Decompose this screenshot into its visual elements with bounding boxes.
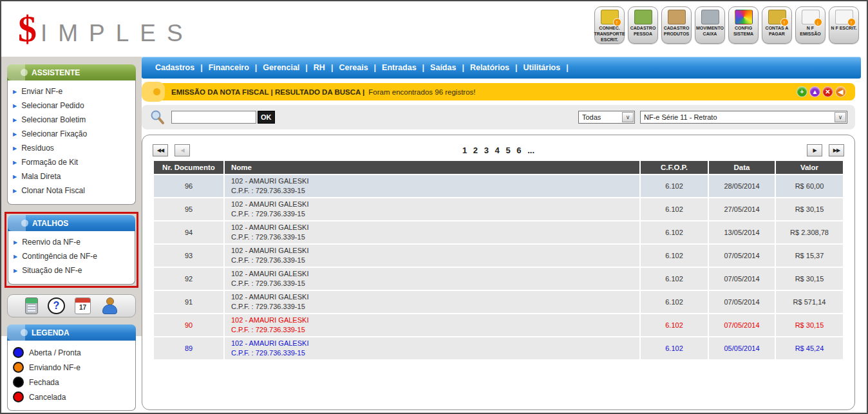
sidebar-menu-item[interactable]: ▶ Resíduos <box>12 142 131 156</box>
toolbar-button[interactable]: ↓ N F EMISSÃO <box>795 6 826 44</box>
table-row[interactable]: 94 102 - AMAURI GALESKI C.P.F. : 729.736… <box>154 221 843 243</box>
cell-cfop[interactable]: 6.102 <box>641 268 708 290</box>
cell-nome[interactable]: 102 - AMAURI GALESKI C.P.F. : 729.736.33… <box>225 198 639 220</box>
sidebar-menu-item[interactable]: ▶ Selecionar Pedido <box>12 99 131 113</box>
banner-action-button[interactable]: + <box>797 86 807 97</box>
user-icon[interactable] <box>100 297 118 314</box>
cell-documento[interactable]: 89 <box>154 337 223 359</box>
cell-valor[interactable]: R$ 30,15 <box>776 314 843 336</box>
cell-cfop[interactable]: 6.102 <box>641 175 708 197</box>
cell-data[interactable]: 05/05/2014 <box>709 337 775 359</box>
table-row[interactable]: 91 102 - AMAURI GALESKI C.P.F. : 729.736… <box>154 291 843 313</box>
pagination-last-button[interactable]: ▶▶ <box>829 144 844 156</box>
toolbar-button[interactable]: ↑ N F ESCRIT. <box>829 6 859 44</box>
banner-action-button[interactable]: ✕ <box>822 86 833 97</box>
table-row[interactable]: 93 102 - AMAURI GALESKI C.P.F. : 729.736… <box>154 245 843 267</box>
nav-menu-item[interactable]: Gerencial <box>259 63 303 72</box>
toolbar-button[interactable]: CADASTRO PESSOA <box>628 6 658 44</box>
nav-menu-item[interactable]: Utilitários <box>520 63 564 72</box>
status-filter-select[interactable]: Todas ∨ <box>578 111 635 124</box>
calculator-icon[interactable] <box>25 297 38 314</box>
cell-data[interactable]: 13/05/2014 <box>709 221 775 243</box>
sidebar-menu-item[interactable]: ▶ Formação de Kit <box>12 156 131 170</box>
cell-cfop[interactable]: 6.102 <box>641 245 708 267</box>
pagination-next-button[interactable]: ▶ <box>807 144 822 156</box>
toolbar-button[interactable]: CADASTRO PRODUTOS <box>661 6 692 44</box>
cell-valor[interactable]: R$ 30,15 <box>776 198 843 220</box>
pagination-prev-button[interactable]: ◀ <box>175 144 190 156</box>
cell-cfop[interactable]: 6.102 <box>641 221 708 243</box>
pagination-page-number[interactable]: 5 <box>504 146 512 155</box>
table-row[interactable]: 95 102 - AMAURI GALESKI C.P.F. : 729.736… <box>154 198 843 220</box>
pagination-page-number[interactable]: 6 <box>514 146 523 155</box>
series-filter-select[interactable]: NF-e Série 11 - Retrato ∨ <box>640 111 847 124</box>
table-row[interactable]: 92 102 - AMAURI GALESKI C.P.F. : 729.736… <box>154 268 843 290</box>
cell-nome[interactable]: 102 - AMAURI GALESKI C.P.F. : 729.736.33… <box>225 268 639 290</box>
sidebar-menu-item[interactable]: ▶ Enviar NF-e <box>12 85 131 99</box>
nav-menu-item[interactable]: Cereais <box>335 63 371 72</box>
cell-documento[interactable]: 90 <box>154 314 223 336</box>
cell-cfop[interactable]: 6.102 <box>641 291 708 313</box>
cell-documento[interactable]: 95 <box>154 198 223 220</box>
cell-documento[interactable]: 92 <box>154 268 223 290</box>
header-notch <box>8 215 26 231</box>
cell-documento[interactable]: 93 <box>154 245 223 267</box>
nav-menu-item[interactable]: Cadastros <box>152 63 198 72</box>
cell-valor[interactable]: R$ 571,14 <box>776 291 843 313</box>
cell-cfop[interactable]: 6.102 <box>641 337 708 359</box>
toolbar-button[interactable]: CONFIG SISTEMA <box>728 6 759 44</box>
cell-nome[interactable]: 102 - AMAURI GALESKI C.P.F. : 729.736.33… <box>225 245 639 267</box>
cell-data[interactable]: 07/05/2014 <box>709 314 775 336</box>
toolbar-button[interactable]: ↑ CONTAS A PAGAR <box>762 6 792 44</box>
cell-documento[interactable]: 91 <box>154 291 223 313</box>
table-row[interactable]: 90 102 - AMAURI GALESKI C.P.F. : 729.736… <box>154 314 843 336</box>
cell-nome[interactable]: 102 - AMAURI GALESKI C.P.F. : 729.736.33… <box>225 291 639 313</box>
cell-nome[interactable]: 102 - AMAURI GALESKI C.P.F. : 729.736.33… <box>225 314 639 336</box>
cell-data[interactable]: 07/05/2014 <box>709 268 775 290</box>
toolbar-button[interactable]: MOVIMENTO CAIXA <box>695 6 725 44</box>
sidebar-menu-item[interactable]: ▶ Selecionar Fixação <box>12 127 131 142</box>
cell-nome[interactable]: 102 - AMAURI GALESKI C.P.F. : 729.736.33… <box>225 221 639 243</box>
cell-data[interactable]: 28/05/2014 <box>709 175 775 197</box>
nav-menu-item[interactable]: Saídas <box>427 63 459 72</box>
cell-nome[interactable]: 102 - AMAURI GALESKI C.P.F. : 729.736.33… <box>225 175 639 197</box>
nav-menu-item[interactable]: Relatórios <box>467 63 513 72</box>
search-ok-button[interactable]: OK <box>258 111 275 124</box>
pagination-page-number[interactable]: 1 <box>460 146 469 155</box>
cell-documento[interactable]: 96 <box>154 175 223 197</box>
cell-documento[interactable]: 94 <box>154 221 223 243</box>
cell-cfop[interactable]: 6.102 <box>641 314 708 336</box>
cell-data[interactable]: 07/05/2014 <box>709 245 775 267</box>
search-input[interactable] <box>171 111 256 124</box>
cell-valor[interactable]: R$ 15,37 <box>776 245 843 267</box>
cell-data[interactable]: 07/05/2014 <box>709 291 775 313</box>
cell-data[interactable]: 27/05/2014 <box>709 198 775 220</box>
calendar-icon[interactable]: 17 <box>75 297 91 314</box>
nav-menu-item[interactable]: Financeiro <box>205 63 252 72</box>
nav-menu-item[interactable]: Entradas <box>379 63 420 72</box>
cell-valor[interactable]: R$ 45,24 <box>776 337 843 359</box>
table-row[interactable]: 89 102 - AMAURI GALESKI C.P.F. : 729.736… <box>154 337 843 359</box>
sidebar-menu-item[interactable]: ▶ Situação de NF-e <box>12 264 131 278</box>
pagination-first-button[interactable]: ◀◀ <box>153 144 168 156</box>
pagination-page-number[interactable]: 4 <box>493 146 502 155</box>
sidebar-menu-item[interactable]: ▶ Clonar Nota Fiscal <box>12 184 131 198</box>
cell-valor[interactable]: R$ 2.308,78 <box>776 221 843 243</box>
sidebar-menu-item[interactable]: ▶ Reenvio da NF-e <box>12 236 131 250</box>
pagination-page-number[interactable]: ... <box>525 146 536 155</box>
cell-valor[interactable]: R$ 30,15 <box>776 268 843 290</box>
sidebar-menu-item[interactable]: ▶ Contingência de NF-e <box>12 250 131 264</box>
toolbar-button[interactable]: ↑ CONHEC. TRANSPORTE ESCRIT. <box>594 6 625 44</box>
help-icon[interactable]: ? <box>48 297 65 314</box>
banner-action-button[interactable]: ◀ <box>835 86 846 97</box>
sidebar-menu-item[interactable]: ▶ Mala Direta <box>12 170 131 184</box>
cell-cfop[interactable]: 6.102 <box>641 198 708 220</box>
pagination-page-number[interactable]: 3 <box>482 146 491 155</box>
cell-valor[interactable]: R$ 60,00 <box>776 175 843 197</box>
pagination-page-number[interactable]: 2 <box>471 146 480 155</box>
table-row[interactable]: 96 102 - AMAURI GALESKI C.P.F. : 729.736… <box>154 175 843 197</box>
nav-menu-item[interactable]: RH <box>310 63 328 72</box>
sidebar-menu-item[interactable]: ▶ Selecionar Boletim <box>12 113 131 127</box>
banner-action-button[interactable]: ▲ <box>809 86 820 97</box>
cell-nome[interactable]: 102 - AMAURI GALESKI C.P.F. : 729.736.33… <box>225 337 639 359</box>
